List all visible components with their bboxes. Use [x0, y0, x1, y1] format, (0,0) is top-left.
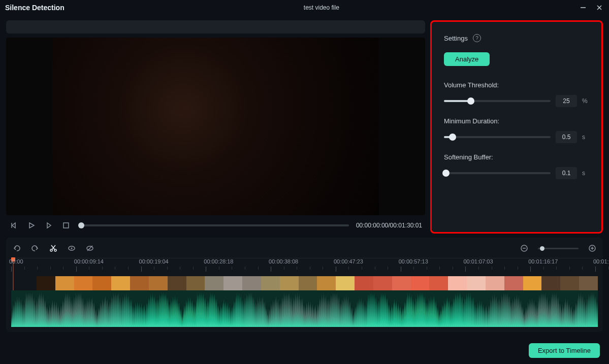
eye-slash-icon[interactable] [85, 244, 94, 253]
prev-frame-button[interactable] [9, 220, 19, 230]
zoom-thumb[interactable] [540, 246, 544, 251]
ruler-label: 00:00:38:08 [269, 258, 298, 264]
thumbnail [411, 276, 430, 290]
thumbnail [242, 276, 261, 290]
thumbnail [429, 276, 448, 290]
thumbnail [130, 276, 149, 290]
undo-icon[interactable] [12, 244, 21, 253]
slider-thumb[interactable] [442, 170, 450, 177]
thumbnail [504, 276, 523, 290]
min-duration-value[interactable]: 0.5 [556, 131, 577, 143]
thumbnail [541, 276, 560, 290]
timeline-ruler[interactable]: 00:0000:00:09:1400:00:19:0400:00:28:1800… [11, 258, 598, 276]
minimize-button[interactable] [579, 3, 588, 12]
thumbnail [467, 276, 486, 290]
svg-rect-7 [63, 223, 69, 228]
ruler-label: 00:00:19:04 [139, 258, 169, 264]
volume-threshold-unit: % [582, 97, 589, 105]
cut-icon[interactable] [49, 244, 58, 253]
volume-threshold-slider[interactable] [444, 100, 551, 102]
ruler-label: 00:00 [9, 258, 23, 264]
ruler-label: 00:01:07:03 [463, 258, 493, 264]
play-button[interactable] [26, 220, 37, 230]
thumbnail [168, 276, 186, 290]
close-button[interactable] [595, 3, 604, 12]
thumbnail [486, 276, 504, 290]
thumbnail [317, 276, 336, 290]
svg-marker-3 [12, 223, 15, 228]
softening-label: Softening Buffer: [444, 153, 589, 161]
min-duration-label: Minimum Duration: [444, 117, 589, 125]
slider-thumb[interactable] [449, 134, 456, 141]
app-title: Silence Detection [5, 4, 65, 12]
softening-unit: s [582, 170, 589, 177]
analyze-button[interactable]: Analyze [444, 52, 490, 66]
timecode-display: 00:00:00:00/00:01:30:01 [356, 222, 422, 229]
seek-thumb[interactable] [78, 222, 84, 228]
thumbnail [74, 276, 93, 290]
waveform[interactable] [11, 290, 598, 327]
thumbnail-strip[interactable] [37, 276, 598, 290]
file-name: test video file [65, 4, 579, 11]
ruler-label: 00:00:47:23 [334, 258, 363, 264]
thumbnail [336, 276, 355, 290]
thumbnail [280, 276, 299, 290]
settings-panel: Settings ? Analyze Volume Threshold: 25 … [430, 20, 603, 234]
thumbnail [355, 276, 373, 290]
thumbnail [523, 276, 542, 290]
slider-thumb[interactable] [467, 97, 474, 105]
export-button[interactable]: Export to Timeline [529, 343, 600, 358]
next-frame-button[interactable] [44, 220, 54, 230]
ruler-label: 00:01:16:17 [528, 258, 558, 264]
ruler-label: 00:00:28:18 [204, 258, 233, 264]
zoom-slider[interactable] [538, 248, 579, 249]
thumbnail [111, 276, 130, 290]
thumbnail [448, 276, 467, 290]
ruler-label: 00:01:26:08 [593, 258, 609, 264]
thumbnail [579, 276, 598, 290]
redo-icon[interactable] [30, 244, 40, 253]
softening-slider[interactable] [444, 172, 551, 174]
softening-value[interactable]: 0.1 [556, 167, 577, 179]
thumbnail [92, 276, 111, 290]
volume-threshold-value[interactable]: 25 [556, 95, 577, 107]
min-duration-slider[interactable] [444, 136, 551, 138]
settings-header: Settings [444, 35, 468, 42]
zoom-out-icon[interactable] [520, 244, 529, 253]
help-icon[interactable]: ? [473, 34, 481, 42]
thumbnail [37, 276, 55, 290]
thumbnail [55, 276, 74, 290]
thumbnail [261, 276, 280, 290]
ruler-label: 00:00:57:13 [399, 258, 428, 264]
svg-marker-5 [29, 223, 34, 228]
thumbnail [373, 276, 392, 290]
thumbnail [299, 276, 317, 290]
thumbnail [223, 276, 242, 290]
thumbnail [560, 276, 579, 290]
ruler-label: 00:00:09:14 [74, 258, 104, 264]
min-duration-unit: s [582, 134, 589, 141]
eye-icon[interactable] [67, 244, 76, 253]
stop-button[interactable] [61, 220, 71, 230]
svg-marker-6 [47, 223, 51, 228]
preview-header-bar [6, 20, 425, 34]
thumbnail [149, 276, 168, 290]
thumbnail [186, 276, 205, 290]
svg-point-13 [71, 248, 73, 249]
video-preview [6, 38, 425, 215]
seek-bar[interactable] [78, 224, 349, 226]
thumbnail [205, 276, 223, 290]
zoom-in-icon[interactable] [588, 244, 597, 253]
thumbnail [392, 276, 411, 290]
volume-threshold-label: Volume Threshold: [444, 81, 589, 89]
